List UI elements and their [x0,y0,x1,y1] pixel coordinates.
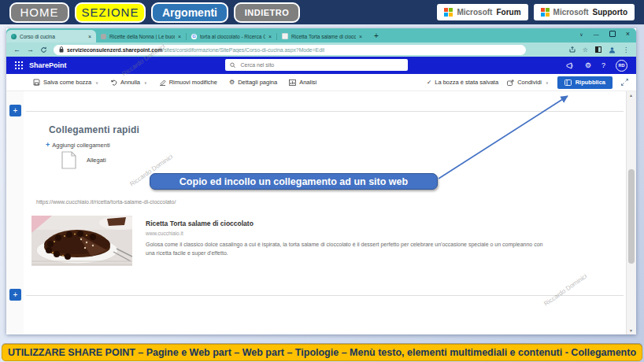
site-search-input[interactable] [239,61,403,68]
settings-gear-icon[interactable]: ⚙ [585,61,591,69]
url-field[interactable]: servizieconsulenzerd.sharepoint.com/site… [54,45,526,55]
account-avatar[interactable]: RD [616,60,627,72]
page-scrollbar[interactable]: ▲ ▼ [626,91,636,334]
lesson-title-bar: UTILIZZARE SHARE POINT – Pagine e Web pa… [2,344,642,361]
tab-close-icon[interactable]: × [268,34,272,39]
link-preview-card[interactable]: Ricetta Torta salame di cioccolato www.c… [31,216,563,266]
attachment-item[interactable]: Allegati [61,151,106,169]
tab-search-chevron-icon[interactable]: ∨ [579,31,583,37]
page-command-bar: Salva come bozza ∨ Annulla ∨ Rimuovi mod… [6,74,636,91]
chocolate-cake-image [31,216,132,266]
browser-window: Corso di cucina × Ricette della Nonna | … [6,28,636,334]
minimize-button[interactable]: — [594,31,599,37]
page-details-gear-icon: ⚙ [229,79,235,86]
browser-tab-bar: Corso di cucina × Ricette della Nonna | … [6,28,636,42]
share-page-icon[interactable] [569,46,576,53]
undo-icon [110,79,117,86]
slide-nav-bar: HOME SEZIONE Argomenti INDIETRO Microsof… [0,0,644,24]
tab-close-icon[interactable]: × [88,34,91,39]
chevron-down-icon[interactable]: ∨ [95,80,98,85]
suite-bar-actions: ⚙ ? RD [566,60,627,72]
tab-close-icon[interactable]: × [359,34,362,39]
tab-ricette-della-nonna[interactable]: Ricette della Nonna | Le buone × [96,30,186,42]
tab-ricetta-torta[interactable]: Ricetta Torta salame di cioccol × [277,30,367,42]
scroll-up-icon[interactable]: ▲ [629,93,633,98]
tab-title: Corso di cucina [20,34,85,39]
link-preview-site: www.cucchiaio.it [146,231,563,236]
plus-icon: + [46,141,50,149]
microsoft-supporto-link[interactable]: Microsoft Supporto [534,4,635,20]
scroll-down-icon[interactable]: ▼ [629,328,633,333]
window-controls: ∨ — × [579,30,630,38]
page-canvas: + + Collegamenti rapidi + Aggiungi colle… [6,91,636,334]
microsoft-logo-icon [541,8,550,17]
analytics-button[interactable]: Analisi [289,79,316,86]
browser-menu-icon[interactable]: ⋮ [623,46,629,54]
argomenti-button[interactable]: Argomenti [151,2,228,23]
slide: HOME SEZIONE Argomenti INDIETRO Microsof… [0,0,644,362]
analytics-chart-icon [289,79,296,86]
home-button[interactable]: HOME [9,2,69,23]
save-icon [33,79,40,86]
app-launcher-waffle-icon[interactable] [15,61,23,69]
new-tab-button[interactable]: + [374,31,379,40]
eraser-icon [159,79,166,86]
collapse-expand-icon[interactable] [621,79,628,86]
close-window-button[interactable]: × [626,30,630,38]
undo-button[interactable]: Annulla ∨ [110,79,147,86]
link-preview-body: Ricetta Torta salame di cioccolato www.c… [146,216,563,266]
share-button[interactable]: Condividi ∨ [507,79,549,86]
sharepoint-favicon-icon [11,34,17,39]
split-screen-icon[interactable] [595,46,601,53]
attachment-label: Allegati [87,157,106,164]
back-icon[interactable]: ← [13,46,20,54]
check-icon: ✓ [427,79,431,86]
address-bar-actions: ☆ ⋮ [569,46,629,54]
page-url: servizieconsulenzerd.sharepoint.com/site… [67,47,324,53]
save-draft-button[interactable]: Salva come bozza ∨ [33,79,98,86]
profile-icon[interactable] [609,46,616,54]
quick-links-title: Collegamenti rapidi [49,124,139,135]
microsoft-forum-link[interactable]: Microsoft Forum [437,4,527,20]
command-bar-right: ✓ La bozza è stata salvata Condividi ∨ [427,76,628,89]
favorites-star-icon[interactable]: ☆ [583,46,588,54]
add-section-button[interactable]: + [9,105,21,116]
megaphone-icon[interactable] [566,62,575,69]
link-preview-description: Golosa come il classico dolce casalingo … [146,240,543,257]
add-links-button[interactable]: + Aggiungi collegamenti [46,141,110,149]
forward-icon[interactable]: → [27,46,34,54]
microsoft-brand-label: Microsoft [553,8,589,17]
site-search-box[interactable] [225,59,408,71]
tab-close-icon[interactable]: × [178,34,181,39]
indietro-button[interactable]: INDIETRO [234,2,300,23]
lock-icon [59,46,64,53]
tab-corso-di-cucina[interactable]: Corso di cucina × [6,30,96,42]
chevron-down-icon[interactable]: ∨ [546,80,549,85]
refresh-icon[interactable] [40,46,47,54]
sharepoint-app-name[interactable]: SharePoint [29,61,67,69]
scrollbar-thumb[interactable] [628,169,635,264]
microsoft-logo-icon [444,8,453,17]
sezione-button[interactable]: SEZIONE [75,2,146,23]
share-icon [507,79,514,86]
browser-address-bar: ← → servizieconsulenzerd.sharepoint.com/… [6,42,636,57]
discard-changes-button[interactable]: Rimuovi modifiche [159,79,217,86]
republish-button[interactable]: Ripubblica [557,76,613,89]
help-icon[interactable]: ? [601,61,605,69]
link-preview-title: Ricetta Torta salame di cioccolato [146,220,563,227]
tab-ricerca-google[interactable]: G torta al cioccolato - Ricerca Go × [187,30,276,42]
tab-title: Ricette della Nonna | Le buone [109,34,175,39]
document-icon [61,151,76,169]
chevron-down-icon[interactable]: ∨ [144,80,147,85]
website-favicon-icon [101,34,106,39]
pasted-link-text[interactable]: https://www.cucchiaio.it/ricetta/torta-s… [36,199,176,205]
sharepoint-suite-bar: SharePoint ⚙ ? RD [6,57,636,74]
republish-book-icon [564,79,572,86]
google-favicon-icon: G [191,34,197,39]
add-section-button[interactable]: + [9,289,21,301]
section-divider [26,295,624,296]
tab-title: torta al cioccolato - Ricerca Go [200,34,265,39]
forum-label: Forum [496,8,520,17]
maximize-button[interactable] [609,31,616,37]
page-details-button[interactable]: ⚙ Dettagli pagina [229,79,277,86]
